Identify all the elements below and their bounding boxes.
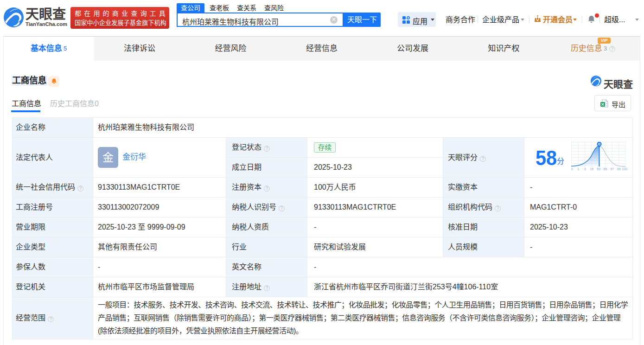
svg-text:97: 97 [610, 167, 614, 171]
svg-text:85: 85 [604, 167, 607, 171]
svg-text:1: 1 [577, 167, 579, 171]
svg-text:3: 3 [584, 167, 586, 171]
svg-text:15: 15 [590, 167, 593, 171]
svg-text:50: 50 [597, 167, 600, 171]
svg-text:0: 0 [571, 167, 573, 171]
svg-text:100: 100 [622, 167, 627, 171]
svg-text:99: 99 [617, 167, 621, 171]
